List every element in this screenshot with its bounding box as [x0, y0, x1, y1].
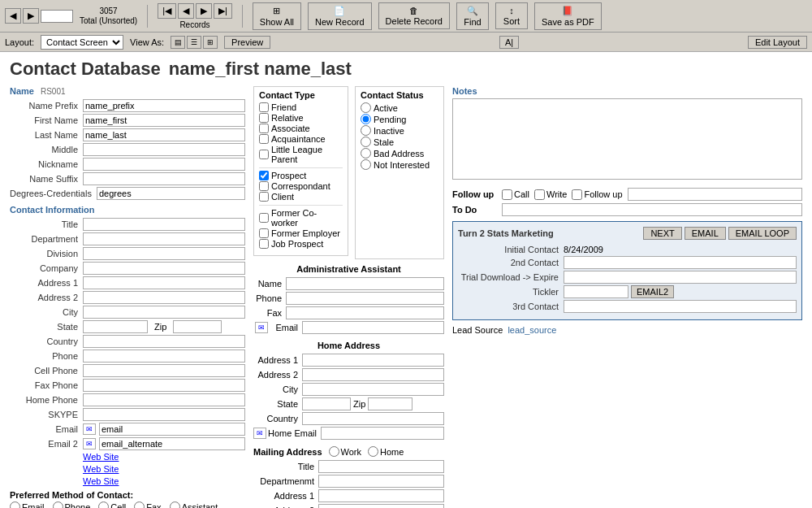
status-bad-address-radio[interactable]	[361, 148, 371, 158]
email2-icon[interactable]: ✉	[83, 438, 96, 449]
mailing-work-option[interactable]: Work	[329, 446, 361, 457]
status-inactive-radio[interactable]	[361, 125, 371, 136]
admin-fax-input[interactable]	[286, 306, 444, 319]
friend-checkbox[interactable]	[259, 102, 269, 112]
sort-button[interactable]: ↕ Sort	[495, 2, 528, 29]
call-checkbox[interactable]	[502, 189, 512, 200]
relative-checkbox[interactable]	[259, 113, 269, 123]
home-phone-input[interactable]	[83, 393, 245, 406]
address2-input[interactable]	[83, 291, 245, 304]
status-active-radio[interactable]	[361, 102, 371, 113]
view-list-btn[interactable]: ☰	[187, 36, 201, 49]
client-checkbox[interactable]	[259, 192, 269, 202]
first-name-input[interactable]	[83, 114, 245, 127]
stats-email-loop-button[interactable]: EMAIL LOOP	[728, 227, 797, 240]
followup-checkbox[interactable]	[572, 189, 582, 200]
status-not-interested-radio[interactable]	[361, 159, 371, 170]
state-input[interactable]	[83, 320, 148, 333]
department-input[interactable]	[83, 232, 245, 245]
mailing-addr2-input[interactable]	[318, 504, 444, 508]
home-zip-input[interactable]	[368, 397, 412, 410]
admin-phone-input[interactable]	[286, 292, 444, 305]
nav-next-btn[interactable]: ▶	[196, 3, 212, 19]
admin-email-icon[interactable]: ✉	[255, 322, 268, 333]
zip-input[interactable]	[173, 320, 222, 333]
tickler-input[interactable]	[564, 285, 628, 298]
show-all-button[interactable]: ⊞ Show All	[253, 2, 301, 30]
home-email-icon[interactable]: ✉	[253, 428, 266, 439]
email2-button[interactable]: EMAIL2	[631, 285, 674, 298]
nav-last-btn[interactable]: ▶|	[214, 3, 232, 19]
find-button[interactable]: 🔍 Find	[456, 2, 489, 30]
third-contact-input[interactable]	[564, 300, 797, 313]
address1-input[interactable]	[83, 276, 245, 289]
mailing-home-radio[interactable]	[368, 446, 378, 457]
fax-phone-input[interactable]	[83, 379, 245, 392]
pref-email[interactable]: Email	[10, 501, 45, 508]
followup-input[interactable]	[628, 188, 803, 201]
pref-cell[interactable]: Cell	[98, 501, 126, 508]
call-option[interactable]: Call	[502, 189, 529, 200]
credentials-input[interactable]	[97, 187, 245, 200]
website2-link[interactable]: Web Site	[83, 464, 119, 474]
second-contact-input[interactable]	[564, 256, 797, 269]
view-table-btn[interactable]: ⊞	[203, 36, 218, 49]
nav-back-btn[interactable]: ◀	[5, 8, 21, 24]
trial-download-input[interactable]	[564, 271, 797, 284]
city-input[interactable]	[83, 306, 245, 319]
nav-forward-btn[interactable]: ▶	[23, 8, 39, 24]
title-input[interactable]	[83, 218, 245, 231]
layout-select[interactable]: Contact Screen	[41, 35, 123, 50]
job-prospect-checkbox[interactable]	[259, 239, 269, 249]
notes-textarea[interactable]	[452, 98, 802, 180]
edit-layout-button[interactable]: Edit Layout	[748, 36, 807, 49]
pref-assistant-radio[interactable]	[170, 501, 180, 508]
phone-input[interactable]	[83, 350, 245, 363]
pref-fax-radio[interactable]	[134, 501, 145, 508]
status-pending-radio[interactable]	[361, 114, 371, 124]
new-record-button[interactable]: 📄 New Record	[308, 2, 372, 30]
home-email-input[interactable]	[321, 427, 444, 440]
todo-input[interactable]	[502, 203, 802, 216]
associate-checkbox[interactable]	[259, 124, 269, 133]
record-number-input[interactable]: 1	[41, 10, 73, 23]
email-input[interactable]	[99, 423, 245, 436]
save-pdf-button[interactable]: 📕 Save as PDF	[534, 2, 602, 30]
website1-link[interactable]: Web Site	[83, 452, 119, 462]
admin-email-input[interactable]	[302, 321, 444, 334]
pref-phone[interactable]: Phone	[53, 501, 91, 508]
nav-first-btn[interactable]: |◀	[158, 3, 176, 19]
pref-fax[interactable]: Fax	[134, 501, 161, 508]
acquaintance-checkbox[interactable]	[259, 134, 269, 144]
cell-phone-input[interactable]	[83, 364, 245, 377]
home-country-input[interactable]	[302, 412, 444, 425]
all-button[interactable]: A|	[499, 36, 519, 49]
home-addr1-input[interactable]	[302, 354, 444, 367]
home-addr2-input[interactable]	[302, 368, 444, 381]
suffix-input[interactable]	[83, 172, 245, 185]
home-city-input[interactable]	[302, 383, 444, 396]
correspondant-checkbox[interactable]	[259, 181, 269, 191]
website3-link[interactable]: Web Site	[83, 476, 119, 486]
preview-button[interactable]: Preview	[224, 36, 270, 49]
write-option[interactable]: Write	[534, 189, 567, 200]
home-state-input[interactable]	[302, 397, 351, 410]
mailing-addr1-input[interactable]	[318, 489, 444, 502]
pref-phone-radio[interactable]	[53, 501, 63, 508]
name-prefix-input[interactable]	[83, 99, 245, 112]
email2-input[interactable]	[99, 437, 245, 450]
mailing-home-option[interactable]: Home	[368, 446, 404, 457]
stats-email-button[interactable]: EMAIL	[685, 227, 726, 240]
former-employer-checkbox[interactable]	[259, 228, 269, 238]
view-form-btn[interactable]: ▤	[171, 36, 185, 49]
status-stale-radio[interactable]	[361, 137, 371, 147]
little-league-checkbox[interactable]	[259, 150, 269, 159]
write-checkbox[interactable]	[534, 189, 545, 200]
prospect-checkbox[interactable]	[259, 171, 269, 180]
pref-cell-radio[interactable]	[98, 501, 109, 508]
mailing-work-radio[interactable]	[329, 446, 339, 457]
division-input[interactable]	[83, 247, 245, 260]
pref-email-radio[interactable]	[10, 501, 20, 508]
mailing-dept-input[interactable]	[318, 475, 444, 488]
middle-input[interactable]	[83, 143, 245, 156]
